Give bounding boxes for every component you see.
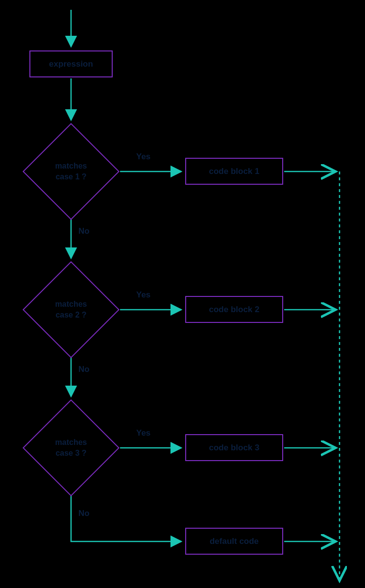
code-block-1-label: code block 1	[209, 167, 260, 176]
code-block-3-label: code block 3	[209, 443, 260, 453]
decision-1-yes-label: Yes	[136, 152, 150, 162]
code-block-1: code block 1	[185, 158, 283, 185]
code-block-3: code block 3	[185, 434, 283, 461]
decision-2-no-label: No	[78, 365, 90, 374]
decision-3-yes-label: Yes	[136, 428, 150, 438]
decision-1-text: matches case 1 ?	[47, 161, 96, 183]
decision-2-yes-label: Yes	[136, 290, 150, 300]
default-code-box: default code	[185, 528, 283, 555]
decision-3-text: matches case 3 ?	[47, 437, 96, 459]
default-code-label: default code	[210, 537, 259, 546]
decision-2-text: matches case 2 ?	[47, 299, 96, 321]
decision-1-no-label: No	[78, 226, 90, 236]
decision-3-no-label: No	[78, 509, 90, 518]
expression-label: expression	[49, 59, 93, 69]
expression-box: expression	[29, 50, 113, 77]
code-block-2-label: code block 2	[209, 305, 260, 315]
code-block-2: code block 2	[185, 296, 283, 323]
arrow-d3-no	[71, 496, 181, 541]
